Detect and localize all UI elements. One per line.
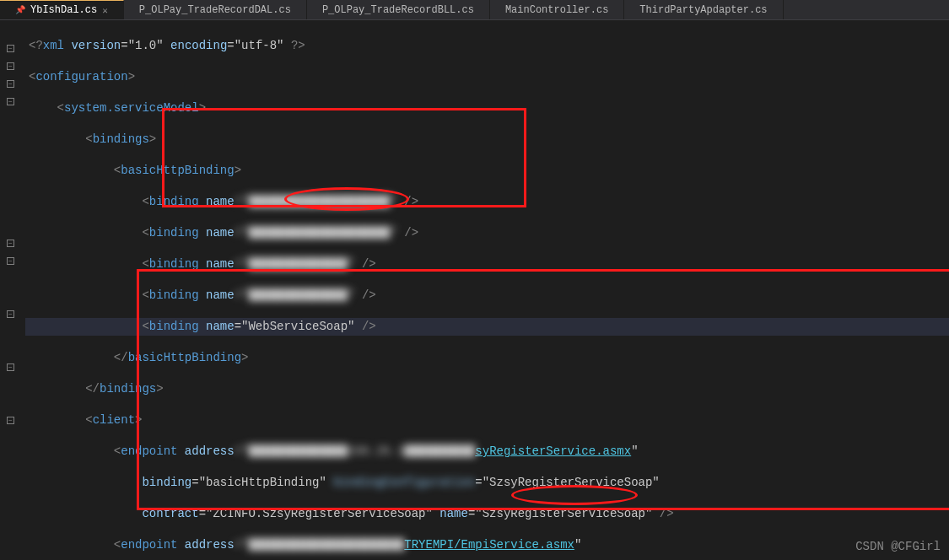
pin-icon: 📌 xyxy=(15,5,25,15)
fold-icon[interactable]: − xyxy=(7,98,14,105)
tab-maincontroller[interactable]: MainController.cs xyxy=(490,0,624,19)
code-area[interactable]: <?xml version="1.0" encoding="utf-8" ?> … xyxy=(25,20,949,560)
fold-icon[interactable]: − xyxy=(7,62,14,70)
fold-icon[interactable]: − xyxy=(7,45,14,52)
close-icon[interactable]: ✕ xyxy=(102,5,108,16)
watermark: CSDN @CFGirl xyxy=(855,540,941,553)
fold-icon[interactable]: − xyxy=(7,310,14,318)
fold-icon[interactable]: − xyxy=(7,80,14,88)
fold-icon[interactable]: − xyxy=(7,363,14,371)
line-gutter: − − − − − − − − − xyxy=(0,20,25,560)
fold-icon[interactable]: − xyxy=(7,257,14,265)
tab-ybishdal[interactable]: 📌 YbIshDal.cs ✕ xyxy=(0,0,124,19)
code-editor: − − − − − − − − − <?xml version="1.0" en… xyxy=(0,20,949,560)
tab-label: ThirdPartyApdapter.cs xyxy=(639,4,767,16)
tab-traderecorddal[interactable]: P_OLPay_TradeRecordDAL.cs xyxy=(124,0,307,19)
tab-thirdpartyadapter[interactable]: ThirdPartyApdapter.cs xyxy=(624,0,783,19)
tab-traderecordbll[interactable]: P_OLPay_TradeRecordBLL.cs xyxy=(307,0,490,19)
tab-label: MainController.cs xyxy=(505,4,608,16)
tab-label: P_OLPay_TradeRecordDAL.cs xyxy=(139,4,291,16)
editor-tabs: 📌 YbIshDal.cs ✕ P_OLPay_TradeRecordDAL.c… xyxy=(0,0,949,20)
tab-label: P_OLPay_TradeRecordBLL.cs xyxy=(322,4,474,16)
fold-icon[interactable]: − xyxy=(7,240,14,247)
fold-icon[interactable]: − xyxy=(7,417,14,424)
tab-label: YbIshDal.cs xyxy=(30,4,97,16)
